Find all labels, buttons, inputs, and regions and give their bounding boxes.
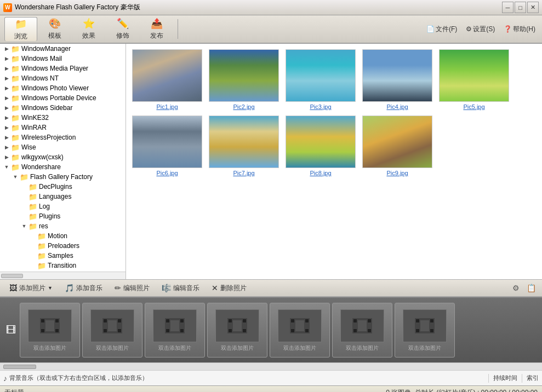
photo-name[interactable]: Pic9.jpg bbox=[386, 170, 408, 176]
photo-name[interactable]: Pic7.jpg bbox=[233, 170, 254, 176]
svg-rect-4 bbox=[55, 329, 59, 332]
photo-name[interactable]: Pic6.jpg bbox=[156, 170, 178, 176]
photo-name[interactable]: Pic1.jpg bbox=[156, 103, 178, 110]
tree-item-Languages[interactable]: 📁 Languages bbox=[0, 192, 125, 201]
photo-name[interactable]: Pic2.jpg bbox=[233, 103, 254, 110]
folder-icon: 📁 bbox=[11, 74, 20, 82]
maximize-button[interactable]: □ bbox=[515, 2, 526, 13]
timeline-slot-6[interactable]: 双击添加图片 bbox=[395, 303, 455, 358]
menu-item-设置(S)[interactable]: ⚙ 设置(S) bbox=[464, 24, 497, 35]
photo-item-5[interactable]: Pic5.jpg bbox=[438, 49, 510, 110]
timeline-scrollbar[interactable] bbox=[0, 362, 542, 370]
tree-arrow: ▼ bbox=[20, 223, 28, 229]
minimize-button[interactable]: ─ bbox=[502, 2, 514, 13]
toolbar-tab-decorate[interactable]: ✏️ 修饰 bbox=[106, 17, 139, 41]
action-btn-编辑音乐[interactable]: 🎼 编辑音乐 bbox=[157, 281, 204, 295]
tree-item-Wise[interactable]: ▶ 📁 Wise bbox=[0, 142, 125, 152]
sidebar-scrollbar[interactable] bbox=[0, 272, 125, 279]
action-label: 编辑照片 bbox=[123, 284, 150, 293]
tree-item-Samples[interactable]: 📁 Samples bbox=[0, 251, 125, 261]
photo-item-4[interactable]: Pic4.jpg bbox=[362, 49, 433, 110]
folder-icon: 📁 bbox=[37, 232, 46, 240]
tree-arrow: ▶ bbox=[2, 135, 11, 140]
tree-arrow: ▶ bbox=[2, 76, 11, 81]
tree-item-WindowManager[interactable]: ▶ 📁 WindowManager bbox=[0, 44, 125, 54]
tree-item-Flash_Gallery_Factory[interactable]: ▼ 📁 Flash Gallery Factory bbox=[0, 172, 125, 182]
timeline-slot-1[interactable]: 双击添加图片 bbox=[82, 303, 142, 358]
action-btn-编辑照片[interactable]: ✏ 编辑照片 bbox=[110, 281, 155, 295]
toolbar-tab-publish[interactable]: 📤 发布 bbox=[140, 17, 173, 41]
action-right-icon-1[interactable]: 📋 bbox=[524, 281, 538, 295]
action-toolbar: 🖼 添加照片 ▼🎵 添加音乐 ✏ 编辑照片 🎼 编辑音乐 ✕ 删除照片 ⚙📋 bbox=[0, 279, 542, 297]
tree-label: WinKE32 bbox=[21, 114, 125, 122]
menu-item-帮助(H)[interactable]: ❓ 帮助(H) bbox=[501, 24, 538, 35]
sidebar-content[interactable]: ▶ 📁 WindowManager▶ 📁 Windows Mail▶ 📁 Win… bbox=[0, 44, 125, 272]
slot-inner bbox=[153, 309, 197, 342]
folder-icon: 📁 bbox=[11, 153, 20, 161]
svg-rect-13 bbox=[166, 319, 169, 322]
tree-item-Windows_Sidebar[interactable]: ▶ 📁 Windows Sidebar bbox=[0, 103, 125, 113]
tree-item-Transition[interactable]: 📁 Transition bbox=[0, 261, 125, 270]
tree-item-Windows_Media_Player[interactable]: ▶ 📁 Windows Media Player bbox=[0, 64, 125, 73]
svg-rect-10 bbox=[118, 329, 121, 332]
tree-item-Plugins[interactable]: 📁 Plugins bbox=[0, 211, 125, 221]
tree-label: Plugins bbox=[39, 212, 125, 220]
tree-item-Log[interactable]: 📁 Log bbox=[0, 201, 125, 211]
photo-area[interactable]: Pic1.jpg Pic2.jpg Pic3.jpg Pic4.jpg Pic5… bbox=[126, 44, 542, 279]
film-strip-icon bbox=[352, 318, 372, 333]
photo-name[interactable]: Pic8.jpg bbox=[310, 170, 331, 176]
tree-item-Windows_NT[interactable]: ▶ 📁 Windows NT bbox=[0, 73, 125, 83]
main-area: ▶ 📁 WindowManager▶ 📁 Windows Mail▶ 📁 Win… bbox=[0, 44, 542, 279]
svg-rect-40 bbox=[430, 329, 433, 332]
folder-icon: 📁 bbox=[11, 55, 20, 62]
slot-inner bbox=[340, 309, 384, 342]
photo-item-9[interactable]: Pic9.jpg bbox=[362, 116, 433, 176]
close-button[interactable]: ✕ bbox=[527, 2, 539, 13]
dropdown-arrow[interactable]: ▼ bbox=[48, 285, 53, 291]
svg-rect-38 bbox=[430, 319, 433, 322]
photo-name[interactable]: Pic5.jpg bbox=[463, 103, 484, 110]
svg-rect-9 bbox=[104, 329, 107, 332]
tree-item-Windows_Photo_Viewer[interactable]: ▶ 📁 Windows Photo Viewer bbox=[0, 83, 125, 93]
timeline-slot-2[interactable]: 双击添加图片 bbox=[145, 303, 205, 358]
photo-name[interactable]: Pic4.jpg bbox=[386, 103, 408, 110]
action-btn-添加音乐[interactable]: 🎵 添加音乐 bbox=[60, 281, 107, 295]
tree-item-res[interactable]: ▼ 📁 res bbox=[0, 221, 125, 231]
photo-item-3[interactable]: Pic3.jpg bbox=[285, 49, 356, 110]
photo-item-2[interactable]: Pic2.jpg bbox=[208, 49, 279, 110]
tree-item-Wondershare[interactable]: ▼ 📁 Wondershare bbox=[0, 162, 125, 172]
action-btn-删除照片[interactable]: ✕ 删除照片 bbox=[207, 281, 252, 295]
tree-label: res bbox=[39, 222, 125, 230]
timeline-slot-5[interactable]: 双击添加图片 bbox=[332, 303, 392, 358]
menu-item-文件(F)[interactable]: 📄 文件(F) bbox=[424, 24, 459, 35]
action-right-icon-0[interactable]: ⚙ bbox=[509, 281, 522, 295]
toolbar-tab-template[interactable]: 🎨 模板 bbox=[38, 17, 71, 41]
tree-item-DecPlugins[interactable]: 📁 DecPlugins bbox=[0, 182, 125, 192]
tree-item-Windows_Mail[interactable]: ▶ 📁 Windows Mail bbox=[0, 54, 125, 64]
toolbar-tab-effect[interactable]: ⭐ 效果 bbox=[72, 17, 105, 41]
timeline-slot-0[interactable]: 双击添加图片 bbox=[20, 303, 80, 358]
timeline-slot-3[interactable]: 双击添加图片 bbox=[207, 303, 267, 358]
photo-item-1[interactable]: Pic1.jpg bbox=[132, 49, 203, 110]
tree-item-Preloaders[interactable]: 📁 Preloaders bbox=[0, 241, 125, 251]
film-strip-icon bbox=[102, 318, 122, 333]
photo-item-7[interactable]: Pic7.jpg bbox=[208, 116, 279, 176]
photo-item-8[interactable]: Pic8.jpg bbox=[285, 116, 356, 176]
toolbar-tab-browse[interactable]: 📁 浏览 bbox=[4, 17, 37, 41]
folder-icon: 📁 bbox=[37, 252, 46, 260]
tree-item-Motion[interactable]: 📁 Motion bbox=[0, 231, 125, 241]
tree-item-WirelessProjection[interactable]: ▶ 📁 WirelessProjection bbox=[0, 132, 125, 142]
tree-item-wlkgyxw(cxsk)[interactable]: ▶ 📁 wlkgyxw(cxsk) bbox=[0, 152, 125, 162]
film-strip-icon bbox=[165, 318, 185, 333]
svg-rect-41 bbox=[420, 320, 429, 331]
timeline: 🎞 双击添加图片 双击添加图片 bbox=[0, 297, 542, 362]
tree-item-Windows_Portable_Device[interactable]: ▶ 📁 Windows Portable Device bbox=[0, 93, 125, 103]
tree-item-WinKE32[interactable]: ▶ 📁 WinKE32 bbox=[0, 113, 125, 123]
tab-icon-effect: ⭐ bbox=[82, 18, 95, 30]
timeline-slot-4[interactable]: 双击添加图片 bbox=[270, 303, 330, 358]
photo-item-6[interactable]: Pic6.jpg bbox=[132, 116, 203, 176]
svg-rect-34 bbox=[368, 329, 371, 332]
action-btn-添加照片[interactable]: 🖼 添加照片 ▼ bbox=[4, 281, 58, 295]
photo-name[interactable]: Pic3.jpg bbox=[310, 103, 331, 110]
tree-item-WinRAR[interactable]: ▶ 📁 WinRAR bbox=[0, 123, 125, 132]
